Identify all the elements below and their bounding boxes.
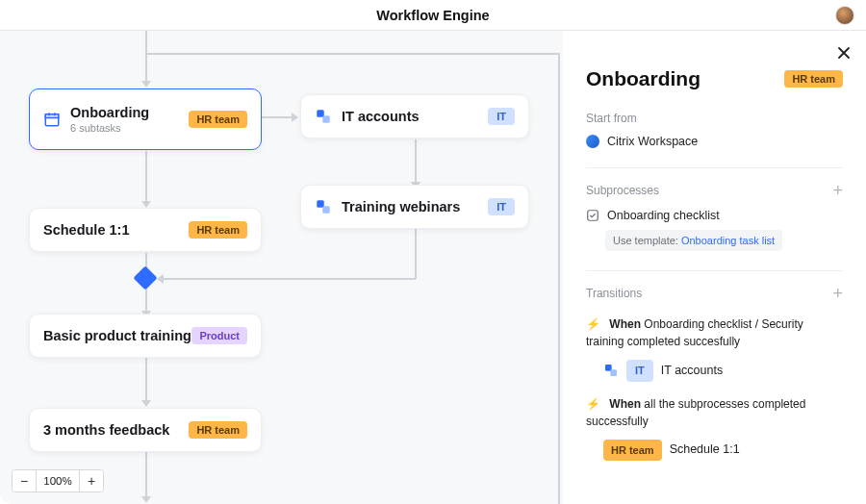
checklist-icon bbox=[586, 209, 599, 222]
node-title: Schedule 1:1 bbox=[43, 222, 189, 238]
tag-hr-team: HR team bbox=[189, 421, 247, 439]
bolt-icon: ⚡ bbox=[586, 317, 600, 331]
arrow-down-icon bbox=[141, 81, 151, 88]
zoom-out-button[interactable]: − bbox=[13, 470, 36, 491]
add-transition-button[interactable]: + bbox=[832, 285, 843, 302]
workflow-canvas[interactable]: Onboarding 6 subtasks HR team IT account… bbox=[0, 31, 563, 504]
node-onboarding[interactable]: Onboarding 6 subtasks HR team bbox=[29, 88, 262, 150]
start-from-row[interactable]: Citrix Workspace bbox=[586, 135, 843, 148]
subprocess-name: Onboarding checklist bbox=[607, 209, 720, 222]
shapes-icon bbox=[315, 108, 332, 125]
node-training-webinars[interactable]: Training webinars IT bbox=[300, 185, 529, 229]
subprocess-item[interactable]: Onboarding checklist bbox=[586, 209, 843, 222]
connector bbox=[161, 278, 416, 280]
bolt-icon: ⚡ bbox=[586, 397, 600, 411]
start-from-value: Citrix Workspace bbox=[607, 135, 698, 148]
node-basic-product-training[interactable]: Basic product training Product bbox=[29, 314, 262, 358]
node-it-accounts[interactable]: IT accounts IT bbox=[300, 94, 529, 139]
node-subtitle: 6 subtasks bbox=[70, 122, 189, 134]
svg-rect-4 bbox=[317, 110, 324, 117]
connector bbox=[146, 53, 558, 55]
tag-hr-team: HR team bbox=[603, 440, 662, 462]
node-title: 3 months feedback bbox=[43, 422, 189, 438]
connector bbox=[145, 31, 147, 83]
svg-rect-12 bbox=[610, 370, 617, 377]
template-prefix: Use template: bbox=[613, 235, 678, 246]
shapes-icon bbox=[603, 363, 619, 378]
svg-rect-10 bbox=[588, 211, 599, 221]
svg-rect-1 bbox=[45, 114, 59, 118]
tag-hr-team: HR team bbox=[784, 70, 843, 88]
transition-when: When bbox=[609, 397, 641, 411]
citrix-icon bbox=[586, 135, 599, 148]
transition-when: When bbox=[609, 317, 641, 331]
tag-it: IT bbox=[488, 198, 515, 215]
tag-hr-team: HR team bbox=[189, 221, 247, 239]
transition-item[interactable]: ⚡ When Onboarding checklist / Security t… bbox=[586, 315, 843, 382]
add-subprocess-button[interactable]: + bbox=[832, 182, 843, 199]
tag-product: Product bbox=[191, 327, 247, 344]
connector bbox=[262, 116, 293, 118]
node-title: Training webinars bbox=[342, 199, 488, 214]
zoom-in-button[interactable]: + bbox=[80, 470, 103, 491]
transition-target: IT IT accounts bbox=[603, 360, 843, 382]
svg-rect-6 bbox=[317, 200, 324, 208]
node-schedule-11[interactable]: Schedule 1:1 HR team bbox=[29, 208, 262, 252]
tag-it: IT bbox=[626, 360, 653, 382]
transitions-label: Transitions bbox=[586, 287, 642, 300]
start-from-label: Start from bbox=[586, 112, 843, 125]
panel-title: Onboarding bbox=[586, 67, 700, 90]
zoom-value: 100% bbox=[36, 470, 80, 491]
details-panel: Onboarding HR team Start from Citrix Wor… bbox=[563, 31, 866, 504]
svg-rect-7 bbox=[322, 206, 330, 214]
svg-rect-11 bbox=[605, 365, 612, 371]
arrow-down-icon bbox=[141, 496, 151, 503]
node-3-months-feedback[interactable]: 3 months feedback HR team bbox=[29, 408, 262, 452]
avatar[interactable] bbox=[835, 6, 854, 25]
transition-target: HR team Schedule 1:1 bbox=[603, 440, 843, 462]
close-icon bbox=[837, 46, 851, 60]
arrow-right-icon bbox=[292, 113, 298, 122]
connector bbox=[415, 139, 417, 184]
shapes-icon bbox=[315, 198, 332, 215]
tag-hr-team: HR team bbox=[189, 111, 247, 128]
transition-target-name: Schedule 1:1 bbox=[670, 441, 740, 459]
page-title: Workflow Engine bbox=[376, 8, 489, 23]
template-suggestion: Use template: Onboarding task list bbox=[605, 230, 782, 251]
close-button[interactable] bbox=[833, 42, 854, 63]
node-title: IT accounts bbox=[342, 109, 488, 124]
connector bbox=[145, 452, 147, 496]
connector bbox=[415, 228, 417, 279]
transition-target-name: IT accounts bbox=[661, 362, 723, 380]
transition-item[interactable]: ⚡ When all the subprocesses completed su… bbox=[586, 395, 843, 462]
node-title: Basic product training bbox=[43, 328, 191, 343]
decision-node[interactable] bbox=[133, 265, 157, 290]
arrow-down-icon bbox=[141, 201, 151, 208]
template-link[interactable]: Onboarding task list bbox=[681, 235, 775, 246]
arrow-left-icon bbox=[157, 274, 164, 284]
connector bbox=[145, 358, 147, 402]
tag-it: IT bbox=[488, 108, 515, 125]
app-header: Workflow Engine bbox=[0, 0, 866, 31]
arrow-down-icon bbox=[141, 400, 151, 407]
subprocesses-label: Subprocesses bbox=[586, 184, 659, 197]
connector bbox=[558, 53, 560, 504]
calendar-icon bbox=[43, 111, 61, 128]
connector bbox=[145, 151, 147, 203]
svg-rect-5 bbox=[322, 115, 330, 123]
zoom-control: − 100% + bbox=[12, 469, 104, 492]
node-title: Onboarding bbox=[70, 105, 189, 120]
